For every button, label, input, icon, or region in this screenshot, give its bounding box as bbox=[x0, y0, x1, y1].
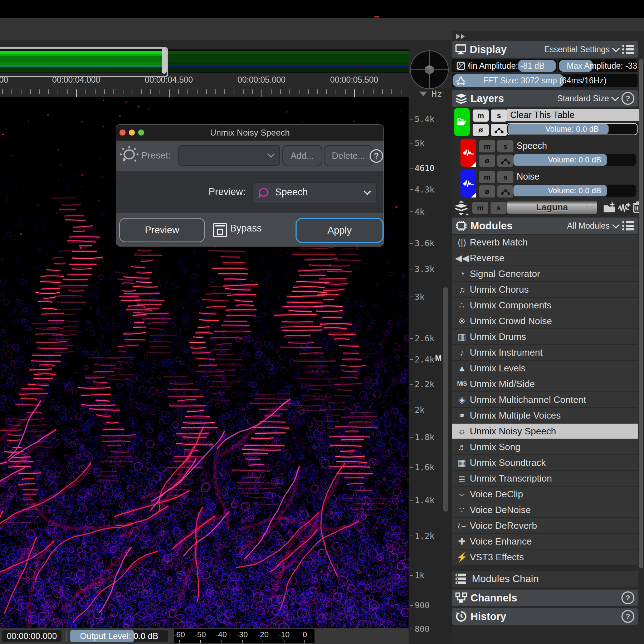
module-item-unmix-drums[interactable]: ▥Unmix Drums bbox=[452, 329, 638, 345]
modules-menu-icon[interactable] bbox=[622, 221, 634, 230]
preview-target-dropdown[interactable]: Speech bbox=[252, 182, 377, 204]
overview-viewport[interactable] bbox=[0, 47, 168, 77]
freq-label: 1.6k bbox=[410, 463, 434, 472]
signal-generator-icon: ◔ bbox=[454, 269, 470, 279]
max-amplitude-slider[interactable]: Max Amplitude: -33 dB bbox=[558, 59, 638, 72]
module-item-unmix-soundtrack[interactable]: ▦Unmix Soundtrack bbox=[452, 455, 638, 471]
layer-solo-button[interactable]: s bbox=[497, 140, 514, 153]
module-item-unmix-multiple-voices[interactable]: ⚭Unmix Multiple Voices bbox=[452, 408, 638, 424]
layer-name[interactable]: Noise bbox=[513, 170, 640, 182]
new-group-icon[interactable] bbox=[603, 202, 616, 213]
layer-stack-icon[interactable] bbox=[453, 200, 469, 215]
min-amplitude-slider[interactable]: Min Amplitude: -81 dB bbox=[452, 59, 557, 72]
overview-viewport-handle[interactable] bbox=[162, 48, 167, 74]
fft-size-slider[interactable]: FFT Size: 3072 smp (64ms/16Hz) bbox=[452, 74, 638, 87]
display-section-header[interactable]: Display Essential Settings bbox=[452, 41, 638, 58]
layer-volume-slider[interactable]: Volume: 0.0 dB bbox=[513, 185, 636, 197]
layer-phase-button[interactable]: ø bbox=[478, 154, 496, 167]
dialog-titlebar[interactable]: Unmix Noisy Speech bbox=[116, 125, 384, 141]
ruler-tick bbox=[289, 89, 290, 94]
meter-tick bbox=[179, 640, 180, 643]
ruler-tick bbox=[178, 89, 179, 94]
delete-preset-button[interactable]: Delete... bbox=[324, 145, 373, 166]
bypass-icon[interactable] bbox=[213, 223, 227, 237]
layer-color-icon[interactable] bbox=[460, 170, 476, 197]
module-item-unmix-chorus[interactable]: ♫Unmix Chorus bbox=[452, 282, 638, 298]
history-section-header[interactable]: History ? bbox=[452, 608, 638, 625]
module-item-voice-declip[interactable]: ⌣Voice DeClip bbox=[452, 487, 638, 502]
module-label: Voice DeReverb bbox=[470, 520, 537, 531]
module-item-reverse[interactable]: ◀◀Reverse bbox=[452, 250, 638, 266]
layer-name[interactable]: Speech bbox=[513, 140, 640, 152]
preview-button[interactable]: Preview bbox=[119, 218, 205, 242]
preset-dropdown[interactable] bbox=[178, 145, 280, 166]
channels-section-header[interactable]: Channels ? bbox=[452, 590, 638, 606]
freq-label: 1.2k bbox=[410, 531, 434, 541]
modules-filter-select[interactable]: All Modules bbox=[567, 221, 610, 231]
layers-section-header[interactable]: Layers Standard Size ? bbox=[452, 90, 638, 107]
freq-label: 4610 bbox=[410, 164, 434, 173]
module-item-signal-generator[interactable]: ◔Signal Generator bbox=[452, 266, 638, 282]
group-solo-button[interactable]: s bbox=[490, 201, 507, 215]
layer-solo-button[interactable]: s bbox=[497, 170, 514, 184]
apply-button[interactable]: Apply bbox=[296, 218, 384, 243]
status-bar: 00:00:00.000 Output Level: 0.0 dB -60-50… bbox=[0, 628, 409, 644]
layer-mute-button[interactable]: m bbox=[472, 109, 489, 122]
modules-section-header[interactable]: Modules All Modules bbox=[452, 218, 638, 234]
module-item-voice-dereverb[interactable]: ≀⌣Voice DeReverb bbox=[452, 518, 638, 534]
layer-solo-button[interactable]: s bbox=[490, 109, 508, 122]
layer-phase-button[interactable]: ø bbox=[472, 123, 489, 137]
chevron-down-icon bbox=[586, 202, 594, 210]
module-item-unmix-instrument[interactable]: ♪Unmix Instrument bbox=[452, 345, 638, 361]
module-item-unmix-transcription[interactable]: ≣Unmix Transcription bbox=[452, 471, 638, 487]
add-preset-button[interactable]: Add... bbox=[282, 145, 322, 166]
output-level-text: Output Level: 0.0 dB bbox=[70, 630, 168, 642]
channels-help-button[interactable]: ? bbox=[621, 591, 634, 604]
ruler-tick bbox=[224, 89, 225, 94]
layer-phase-button[interactable]: ø bbox=[478, 185, 496, 198]
module-item-voice-enhance[interactable]: ✚Voice Enhance bbox=[452, 534, 638, 550]
layer-volume-slider[interactable]: Volume: 0.0 dB bbox=[507, 123, 638, 135]
module-item-vst3-effects[interactable]: ⚡VST3 Effects bbox=[452, 550, 638, 565]
layers-help-button[interactable]: ? bbox=[621, 92, 634, 105]
collapse-panel-icon[interactable] bbox=[455, 33, 466, 40]
spectrogram-vscrollbar[interactable] bbox=[443, 287, 448, 512]
layer-color-icon[interactable] bbox=[460, 139, 476, 167]
group-preset-dropdown[interactable]: Laguna bbox=[507, 200, 597, 214]
module-item-voice-denoise[interactable]: ∵Voice DeNoise bbox=[452, 502, 638, 518]
module-item-unmix-components[interactable]: ∴Unmix Components bbox=[452, 298, 638, 313]
module-item-unmix-noisy-speech[interactable]: ☼Unmix Noisy Speech bbox=[452, 424, 638, 439]
ruler-tick bbox=[345, 89, 346, 94]
layer-name[interactable]: Clear This Table bbox=[507, 109, 640, 121]
panel-scrollbar[interactable] bbox=[639, 59, 643, 568]
display-menu-icon[interactable] bbox=[622, 45, 634, 54]
display-preset-select[interactable]: Essential Settings bbox=[544, 45, 610, 54]
layer-volume-slider[interactable]: Volume: 0.0 dB bbox=[513, 154, 636, 166]
new-layer-icon[interactable] bbox=[618, 202, 631, 213]
waveform-overview-outside[interactable] bbox=[165, 49, 409, 73]
dialog-title: Unmix Noisy Speech bbox=[116, 128, 384, 138]
layer-mute-button[interactable]: m bbox=[478, 170, 496, 184]
output-level-control[interactable]: Output Level: 0.0 dB bbox=[70, 630, 168, 642]
group-mute-button[interactable]: m bbox=[472, 201, 489, 215]
layer-color-icon[interactable] bbox=[454, 108, 470, 136]
module-item-unmix-levels[interactable]: ▲Unmix Levels bbox=[452, 361, 638, 376]
dialog-help-button[interactable]: ? bbox=[370, 149, 383, 163]
freq-label: 2.4k bbox=[410, 355, 434, 364]
ruler-tick bbox=[123, 89, 123, 94]
modules-chain-item[interactable]: Modules Chain bbox=[452, 571, 638, 587]
layer-envelope-button[interactable] bbox=[497, 185, 514, 198]
ruler-tick bbox=[187, 89, 188, 94]
layer-envelope-button[interactable] bbox=[490, 123, 508, 137]
layer-envelope-button[interactable] bbox=[497, 154, 514, 167]
module-item-reverb-match[interactable]: (|)Reverb Match bbox=[452, 235, 638, 250]
module-item-unmix-crowd-noise[interactable]: ※Unmix Crowd Noise bbox=[452, 313, 638, 329]
module-item-unmix-mid-side[interactable]: M/SUnmix Mid/Side bbox=[452, 376, 638, 392]
module-item-unmix-song[interactable]: ♬Unmix Song bbox=[452, 439, 638, 455]
history-help-button[interactable]: ? bbox=[621, 610, 634, 623]
layers-size-select[interactable]: Standard Size bbox=[557, 94, 609, 103]
module-item-unmix-multichannel-content[interactable]: ◈Unmix Multichannel Content bbox=[452, 392, 638, 408]
layer-mute-button[interactable]: m bbox=[478, 140, 496, 153]
3d-navigator[interactable] bbox=[410, 50, 449, 89]
module-label: Unmix Multichannel Content bbox=[470, 394, 586, 405]
